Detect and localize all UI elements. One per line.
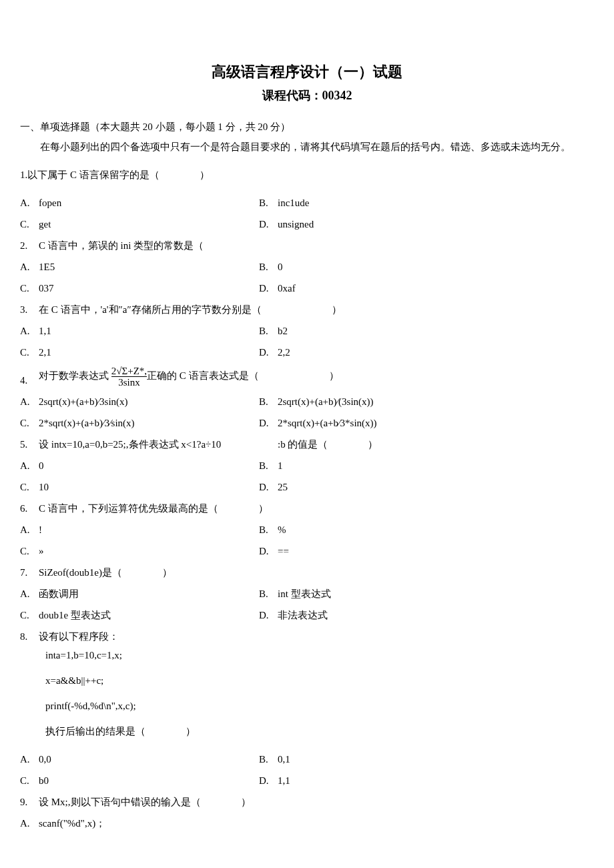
q6-C: »: [39, 540, 259, 562]
q8-code-line-3: printf(-%d,%d\n",x,c);: [45, 698, 594, 714]
q2-num: 2.: [20, 235, 39, 256]
q7-text: SiZeof(doub1e)是（ ）: [39, 562, 594, 583]
opt-label: B.: [259, 749, 278, 770]
course-code: 课程代码：00342: [20, 86, 594, 105]
opt-label: D.: [259, 278, 278, 299]
opt-label: C.: [20, 476, 39, 498]
opt-label: A.: [20, 455, 39, 476]
q1-B: inc1ude: [278, 192, 594, 213]
opt-label: A.: [20, 583, 39, 604]
q4-text-post: 正确的 C 语言表达式是（ ）: [147, 370, 339, 381]
q9-text: 设 Mx;,则以下语句中错误的输入是（ ）: [39, 791, 594, 813]
q8-code-line-2: x=a&&b||++c;: [45, 673, 594, 689]
q8-num: 8.: [20, 626, 39, 647]
q4-A: 2sqrt(x)+(a+b)⁄3sin(x): [39, 391, 259, 412]
q2-C: 037: [39, 278, 259, 299]
q5-C: 10: [39, 476, 259, 498]
opt-label: C.: [20, 412, 39, 434]
q6-num: 6.: [20, 498, 39, 519]
q8-B: 0,1: [278, 749, 594, 770]
q6-A: !: [39, 519, 259, 540]
opt-label: B.: [259, 455, 278, 476]
opt-label: D.: [259, 770, 278, 791]
q7-A: 函数调用: [39, 583, 259, 604]
q3-num: 3.: [20, 299, 39, 320]
q8-C: b0: [39, 770, 259, 791]
opt-label: C.: [20, 342, 39, 363]
opt-label: B.: [259, 391, 278, 412]
q5-B: 1: [278, 455, 594, 476]
opt-label: A.: [20, 519, 39, 540]
opt-label: D.: [259, 213, 278, 235]
q3-D: 2,2: [278, 342, 594, 363]
opt-label: A.: [20, 192, 39, 213]
q9-num: 9.: [20, 791, 39, 813]
q8-options: A. 0,0 B. 0,1 C. b0 D. 1,1 9. 设 Mx;,则以下语…: [20, 749, 594, 834]
q9-A: scanf("%d",x)；: [39, 813, 594, 834]
page-title: 高级语言程序设计（一）试题: [20, 60, 594, 83]
course-code-value: 00342: [322, 89, 352, 102]
q1-A: fopen: [39, 192, 259, 213]
opt-label: D.: [259, 540, 278, 562]
q6-D: ==: [278, 540, 594, 562]
q2-B: 0: [278, 256, 594, 278]
opt-label: D.: [259, 342, 278, 363]
course-code-label: 课程代码：: [262, 89, 322, 102]
opt-label: D.: [259, 604, 278, 626]
q4-text-pre: 对于数学表达式: [39, 370, 111, 381]
q8-D: 1,1: [278, 770, 594, 791]
q8-text: 设有以下程序段：: [39, 626, 594, 647]
opt-label: C.: [20, 604, 39, 626]
opt-label: A.: [20, 391, 39, 412]
q7-B: int 型表达式: [278, 583, 594, 604]
opt-label: B.: [259, 320, 278, 342]
q3-B: b2: [278, 320, 594, 342]
q2-D: 0xaf: [278, 278, 594, 299]
q8-result-text: 执行后输出的结果是（ ）: [45, 723, 594, 739]
q4-C: 2*sqrt(x)+(a+b)⁄3⁄sin(x): [39, 412, 259, 434]
q1-D: unsigned: [278, 213, 594, 235]
opt-label: B.: [259, 519, 278, 540]
opt-label: A.: [20, 320, 39, 342]
q3-A: 1,1: [39, 320, 259, 342]
q5-D: 25: [278, 476, 594, 498]
section-1-header: 一、单项选择题（本大题共 20 小题，每小题 1 分，共 20 分）: [20, 119, 594, 135]
q9-A-label: A.: [20, 813, 39, 834]
q5-text-left: 设 intx=10,a=0,b=25;,条件表达式 x<1?a÷10: [39, 434, 259, 455]
q7-D: 非法表达式: [278, 604, 594, 626]
q3-C: 2,1: [39, 342, 259, 363]
q2-text: C 语言中，第误的 ini 类型的常数是（: [39, 235, 594, 256]
question-1: 1.以下属于 C 语言保留字的是（ ）: [20, 167, 594, 183]
q5-text-right: :b 的值是（ ）: [278, 434, 594, 455]
q4-B: 2sqrt(x)+(a+b)⁄(3sin(x)): [278, 391, 594, 412]
q4-D: 2*sqrt(x)+(a+b⁄3*sin(x)): [278, 412, 594, 434]
q5-A: 0: [39, 455, 259, 476]
opt-label: C.: [20, 770, 39, 791]
section-1-instruction: 在每小题列出的四个备选项中只有一个是符合题目要求的，请将其代码填写在题后的括号内…: [40, 139, 594, 155]
opt-label: C.: [20, 540, 39, 562]
q1-options: A. fopen B. inc1ude C. get D. unsigned 2…: [20, 192, 594, 647]
q1-text: 以下属于 C 语言保留字的是（ ）: [27, 169, 210, 180]
q4-num: 4.: [20, 363, 39, 391]
q8-code-line-1: inta=1,b=10,c=1,x;: [45, 647, 594, 663]
q3-text: 在 C 语言中，'a'和″a″存储所占用的字节数分别是（ ）: [39, 299, 594, 320]
opt-label: C.: [20, 213, 39, 235]
q6-B: %: [278, 519, 594, 540]
q4-denom: 3sinx: [111, 376, 147, 388]
q7-num: 7.: [20, 562, 39, 583]
q7-C: doub1e 型表达式: [39, 604, 259, 626]
q1-num: 1.: [20, 169, 27, 180]
opt-label: B.: [259, 192, 278, 213]
opt-label: C.: [20, 278, 39, 299]
q4-numer: 2√Σ+Z*,: [111, 366, 147, 376]
q1-C: get: [39, 213, 259, 235]
opt-label: A.: [20, 749, 39, 770]
q2-A: 1E5: [39, 256, 259, 278]
opt-label: B.: [259, 583, 278, 604]
q6-text: C 语言中，下列运算符优先级最高的是（ ）: [39, 498, 594, 519]
opt-label: B.: [259, 256, 278, 278]
opt-label: D.: [259, 412, 278, 434]
q4-text: 对于数学表达式 2√Σ+Z*,3sinx正确的 C 语言表达式是（ ）: [39, 363, 594, 391]
opt-label: D.: [259, 476, 278, 498]
q8-A: 0,0: [39, 749, 259, 770]
